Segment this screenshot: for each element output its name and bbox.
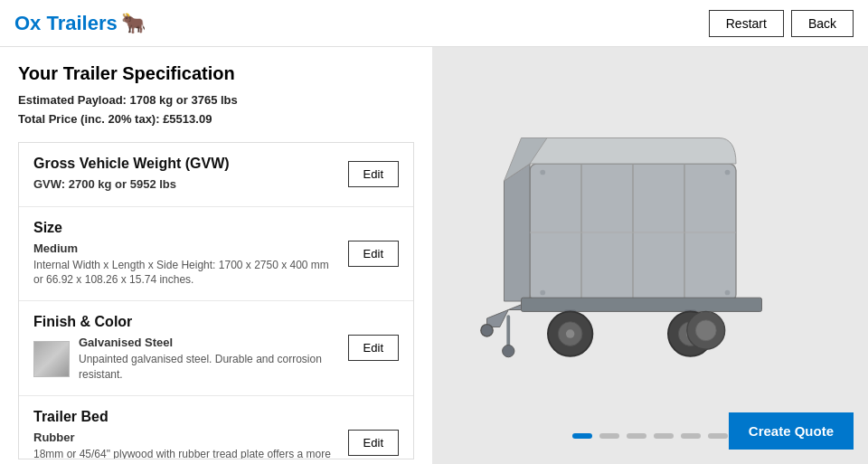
back-button[interactable]: Back [791, 10, 854, 37]
finish-swatch [33, 341, 70, 377]
svg-point-20 [540, 289, 545, 295]
finish-value: Galvanised Steel [79, 336, 337, 349]
create-quote-button[interactable]: Create Quote [729, 412, 854, 450]
dot-6[interactable] [708, 433, 728, 439]
ox-icon: 🐂 [121, 12, 146, 35]
spec-item-trailerbed: Trailer Bed Rubber 18mm or 45/64" plywoo… [19, 396, 413, 459]
spec-item-gvw: Gross Vehicle Weight (GVW) GVW: 2700 kg … [19, 143, 413, 207]
restart-button[interactable]: Restart [709, 10, 784, 37]
dot-1[interactable] [572, 433, 592, 439]
gvw-value: GVW: 2700 kg or 5952 lbs [33, 177, 337, 191]
payload-text: Estimated Payload: 1708 kg or 3765 lbs [18, 91, 414, 110]
right-panel: Create Quote [432, 47, 868, 464]
dot-2[interactable] [599, 433, 619, 439]
gvw-title: Gross Vehicle Weight (GVW) [33, 156, 337, 172]
finish-edit-button[interactable]: Edit [348, 335, 399, 361]
dot-3[interactable] [627, 433, 646, 439]
left-panel: Your Trailer Specification Estimated Pay… [0, 47, 432, 464]
finish-desc: Unpainted galvanised steel. Durable and … [79, 352, 337, 383]
dot-5[interactable] [681, 433, 701, 439]
logo: Ox Trailers 🐂 [14, 12, 146, 35]
price-text: Total Price (inc. 20% tax): £5513.09 [18, 110, 414, 129]
spec-item-finish: Finish & Color Galvanised Steel Unpainte… [19, 301, 413, 396]
svg-point-19 [540, 169, 545, 175]
svg-point-18 [503, 345, 514, 356]
spec-title: Your Trailer Specification [18, 63, 414, 84]
svg-rect-5 [522, 298, 762, 311]
trailerbed-title: Trailer Bed [33, 409, 337, 425]
svg-point-6 [481, 324, 493, 336]
logo-text: Ox Trailers [14, 12, 118, 35]
size-edit-button[interactable]: Edit [348, 241, 399, 267]
svg-point-13 [695, 319, 716, 340]
trailer-visual [432, 65, 868, 433]
header-buttons: Restart Back [709, 10, 854, 37]
spec-meta: Estimated Payload: 1708 kg or 3765 lbs T… [18, 91, 414, 129]
image-dots [572, 433, 728, 439]
spec-list[interactable]: Gross Vehicle Weight (GVW) GVW: 2700 kg … [18, 142, 414, 459]
main-layout: Your Trailer Specification Estimated Pay… [0, 47, 868, 464]
trailer-image [478, 123, 822, 376]
svg-point-21 [725, 169, 731, 175]
header: Ox Trailers 🐂 Restart Back [0, 0, 868, 47]
svg-point-16 [566, 329, 575, 338]
finish-row: Galvanised Steel Unpainted galvanised st… [33, 336, 337, 383]
svg-point-22 [725, 289, 731, 295]
gvw-edit-button[interactable]: Edit [348, 161, 399, 187]
trailerbed-edit-button[interactable]: Edit [348, 430, 399, 456]
size-desc: Internal Width x Length x Side Height: 1… [33, 258, 337, 289]
size-title: Size [33, 220, 337, 236]
spec-item-size: Size Medium Internal Width x Length x Si… [19, 207, 413, 302]
size-value: Medium [33, 241, 337, 255]
trailerbed-value: Rubber [33, 431, 337, 444]
dot-4[interactable] [654, 433, 674, 439]
finish-title: Finish & Color [33, 314, 337, 330]
trailerbed-desc: 18mm or 45/64" plywood with rubber tread… [33, 447, 337, 459]
